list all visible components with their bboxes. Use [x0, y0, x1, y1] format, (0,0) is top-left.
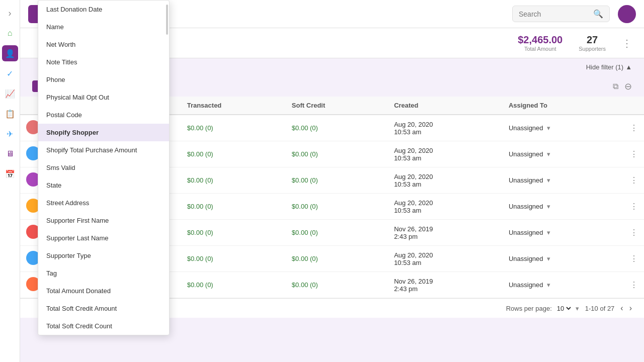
row-more-cell[interactable]: ⋮	[624, 141, 644, 167]
chevron-down-icon[interactable]: ▾	[547, 281, 550, 289]
col-actions	[624, 97, 644, 115]
dropdown-item[interactable]: Postal Code	[38, 106, 169, 124]
created-cell: Nov 26, 2019 2:43 pm	[388, 272, 503, 298]
calendar-icon[interactable]: 📅	[2, 166, 18, 182]
more-options-button[interactable]: ⋮	[622, 37, 632, 49]
dropdown-item[interactable]: Sms Valid	[38, 159, 169, 176]
assigned-cell: Unassigned ▾	[503, 141, 624, 167]
prev-page-button[interactable]: ‹	[620, 304, 623, 313]
dropdown-item[interactable]: State	[38, 176, 169, 194]
chevron-down-icon[interactable]: ▾	[547, 176, 550, 184]
created-cell: Aug 20, 2020 10:53 am	[388, 246, 503, 272]
chevron-down-icon: ▾	[576, 305, 579, 312]
chart-icon[interactable]: 📈	[2, 85, 18, 102]
dropdown-item[interactable]: Shopify Total Purchase Amount	[38, 141, 169, 159]
rows-per-page: Rows per page: 10 25 50 ▾	[506, 304, 579, 313]
col-transacted: Transacted	[181, 97, 286, 115]
scrollbar-thumb	[166, 5, 168, 35]
created-cell: Nov 26, 2019 2:43 pm	[388, 220, 503, 246]
created-cell: Aug 20, 2020 10:53 am	[388, 167, 503, 194]
send-icon[interactable]: ✈	[2, 126, 18, 142]
created-cell: Aug 20, 2020 10:53 am	[388, 194, 503, 220]
rows-per-page-select[interactable]: 10 25 50	[555, 304, 573, 313]
note-icon[interactable]: 📋	[2, 106, 18, 122]
dropdown-item[interactable]: Supporter Type	[38, 247, 169, 264]
scrollbar	[166, 1, 168, 335]
dropdown-item[interactable]: Shopify Shopper	[38, 124, 169, 141]
checkmark-icon[interactable]: ✓	[2, 65, 18, 81]
row-more-cell[interactable]: ⋮	[624, 167, 644, 194]
soft-credit-cell: $0.00 (0)	[286, 115, 388, 141]
col-created: Created	[388, 97, 503, 115]
search-bar: 🔍	[512, 6, 610, 22]
sidebar: › ⌂ 👤 ✓ 📈 📋 ✈ 🖥 📅	[0, 0, 20, 362]
assigned-cell: Unassigned ▾	[503, 115, 624, 141]
chevron-down-icon[interactable]: ▾	[547, 255, 550, 262]
assigned-cell: Unassigned ▾	[503, 272, 624, 298]
transacted-cell: $0.00 (0)	[181, 167, 286, 194]
transacted-cell: $0.00 (0)	[181, 220, 286, 246]
dropdown-item[interactable]: Total Soft Credit Count	[38, 317, 169, 335]
monitor-icon[interactable]: 🖥	[2, 146, 18, 162]
soft-credit-cell: $0.00 (0)	[286, 220, 388, 246]
chevron-down-icon[interactable]: ▾	[547, 150, 550, 158]
people-icon[interactable]: 👤	[2, 45, 18, 61]
transacted-cell: $0.00 (0)	[181, 246, 286, 272]
avatar	[618, 5, 636, 23]
chevron-down-icon[interactable]: ▾	[547, 124, 550, 132]
hide-filter-button[interactable]: Hide filter (1) ▲	[586, 63, 632, 71]
copy-filter-icon[interactable]: ⧉	[613, 82, 618, 91]
assigned-cell: Unassigned ▾	[503, 194, 624, 220]
dropdown-item[interactable]: Street Address	[38, 194, 169, 212]
row-more-cell[interactable]: ⋮	[624, 194, 644, 220]
dropdown-item[interactable]: Total Amount Donated	[38, 282, 169, 300]
soft-credit-cell: $0.00 (0)	[286, 246, 388, 272]
transacted-cell: $0.00 (0)	[181, 272, 286, 298]
row-more-cell[interactable]: ⋮	[624, 272, 644, 298]
total-amount-value: $2,465.00	[518, 34, 562, 46]
created-cell: Aug 20, 2020 10:53 am	[388, 115, 503, 141]
chevron-down-icon[interactable]: ▾	[547, 203, 550, 210]
search-icon: 🔍	[593, 9, 603, 19]
assigned-cell: Unassigned ▾	[503, 246, 624, 272]
rows-per-page-label: Rows per page:	[506, 305, 552, 312]
total-amount-label: Total Amount	[518, 46, 562, 52]
remove-filter-icon[interactable]: ⊖	[624, 81, 632, 92]
row-more-cell[interactable]: ⋮	[624, 115, 644, 141]
total-amount-stat: $2,465.00 Total Amount	[518, 34, 562, 52]
transacted-cell: $0.00 (0)	[181, 141, 286, 167]
supporters-label: Supporters	[579, 46, 606, 52]
created-cell: Aug 20, 2020 10:53 am	[388, 141, 503, 167]
chevron-down-icon[interactable]: ▾	[547, 229, 550, 236]
col-soft-credit: Soft Credit	[286, 97, 388, 115]
soft-credit-cell: $0.00 (0)	[286, 167, 388, 194]
dropdown-item[interactable]: Phone	[38, 71, 169, 88]
dropdown-item[interactable]: Note Titles	[38, 53, 169, 71]
expand-icon[interactable]: ›	[2, 5, 18, 21]
dropdown-item[interactable]: Name	[38, 18, 169, 36]
col-assigned-to: Assigned To	[503, 97, 624, 115]
transacted-cell: $0.00 (0)	[181, 194, 286, 220]
chevron-up-icon: ▲	[625, 63, 632, 71]
assigned-cell: Unassigned ▾	[503, 220, 624, 246]
soft-credit-cell: $0.00 (0)	[286, 272, 388, 298]
dropdown-item[interactable]: Supporter First Name	[38, 212, 169, 229]
dropdown-item[interactable]: Last Donation Date	[38, 1, 169, 18]
dropdown-item[interactable]: Physical Mail Opt Out	[38, 88, 169, 106]
soft-credit-cell: $0.00 (0)	[286, 194, 388, 220]
page-info: 1-10 of 27	[585, 305, 615, 312]
filter-dropdown: Last Donation DateNameNet WorthNote Titl…	[38, 0, 170, 335]
supporters-value: 27	[579, 34, 606, 46]
dropdown-item[interactable]: Total Soft Credit Amount	[38, 300, 169, 317]
row-more-cell[interactable]: ⋮	[624, 246, 644, 272]
supporters-stat: 27 Supporters	[579, 34, 606, 52]
dropdown-item[interactable]: Net Worth	[38, 36, 169, 53]
dropdown-item[interactable]: Supporter Last Name	[38, 229, 169, 247]
dropdown-item[interactable]: Tag	[38, 264, 169, 282]
soft-credit-cell: $0.00 (0)	[286, 141, 388, 167]
row-more-cell[interactable]: ⋮	[624, 220, 644, 246]
next-page-button[interactable]: ›	[629, 304, 632, 313]
search-input[interactable]	[519, 10, 589, 18]
home-icon[interactable]: ⌂	[2, 25, 18, 41]
assigned-cell: Unassigned ▾	[503, 167, 624, 194]
